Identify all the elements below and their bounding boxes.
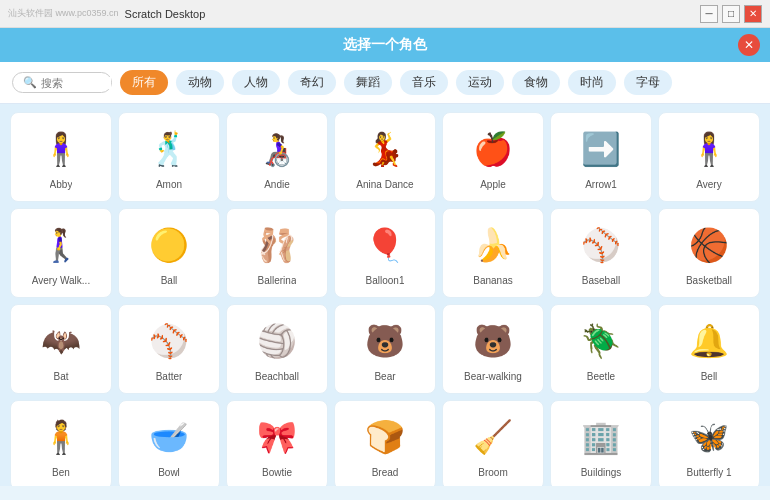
category-animals[interactable]: 动物 [176, 70, 224, 95]
sprite-label: Beachball [255, 371, 299, 382]
sprite-label: Avery [696, 179, 721, 190]
category-fashion[interactable]: 时尚 [568, 70, 616, 95]
sprite-item[interactable]: ⚾Batter [118, 304, 220, 394]
minimize-button[interactable]: ─ [700, 5, 718, 23]
maximize-button[interactable]: □ [722, 5, 740, 23]
sprite-label: Batter [156, 371, 183, 382]
sprite-item[interactable]: 💃Anina Dance [334, 112, 436, 202]
sprite-item[interactable]: 🧍Ben [10, 400, 112, 486]
category-sports[interactable]: 运动 [456, 70, 504, 95]
sprite-item[interactable]: ➡️Arrow1 [550, 112, 652, 202]
window-frame: 汕头软件园 www.pc0359.cn Scratch Desktop ─ □ … [0, 0, 770, 486]
sprite-item[interactable]: 🪲Beetle [550, 304, 652, 394]
sprite-emoji: 🧍 [15, 409, 107, 465]
sprite-grid: 🧍‍♀️Abby🕺Amon👩‍🦽Andie💃Anina Dance🍎Apple➡… [10, 112, 760, 486]
sprite-label: Avery Walk... [32, 275, 90, 286]
sprite-item[interactable]: ⚾Baseball [550, 208, 652, 298]
sprite-emoji: 🧍‍♀️ [663, 121, 755, 177]
sprite-emoji: 💃 [339, 121, 431, 177]
sprite-item[interactable]: 🦋Butterfly 1 [658, 400, 760, 486]
category-food[interactable]: 食物 [512, 70, 560, 95]
sprite-emoji: ⚾ [555, 217, 647, 273]
header-close-button[interactable]: ✕ [738, 34, 760, 56]
sprite-emoji: ⚾ [123, 313, 215, 369]
sprite-item[interactable]: 🏐Beachball [226, 304, 328, 394]
sprite-label: Bear [374, 371, 395, 382]
sprite-label: Bat [53, 371, 68, 382]
page-title: 选择一个角色 [32, 36, 738, 54]
sprite-item[interactable]: 👩‍🦽Andie [226, 112, 328, 202]
sprite-emoji: 🪲 [555, 313, 647, 369]
sprite-label: Bell [701, 371, 718, 382]
sprite-label: Bowl [158, 467, 180, 478]
sprite-emoji: 👩‍🦽 [231, 121, 323, 177]
sprite-label: Bowtie [262, 467, 292, 478]
category-music[interactable]: 音乐 [400, 70, 448, 95]
sprite-item[interactable]: 🕺Amon [118, 112, 220, 202]
app-title: Scratch Desktop [125, 8, 206, 20]
sprite-label: Ball [161, 275, 178, 286]
sprite-emoji: 🦇 [15, 313, 107, 369]
sprite-label: Anina Dance [356, 179, 413, 190]
sprite-emoji: 🧹 [447, 409, 539, 465]
sprite-label: Ballerina [258, 275, 297, 286]
sprite-emoji: 🐻 [447, 313, 539, 369]
category-fantasy[interactable]: 奇幻 [288, 70, 336, 95]
sprite-label: Baseball [582, 275, 620, 286]
sprite-label: Andie [264, 179, 290, 190]
sprite-item[interactable]: 🎀Bowtie [226, 400, 328, 486]
sprite-emoji: 🐻 [339, 313, 431, 369]
sprite-item[interactable]: 🧍‍♀️Abby [10, 112, 112, 202]
sprite-emoji: ➡️ [555, 121, 647, 177]
sprite-emoji: 🩰 [231, 217, 323, 273]
watermark: 汕头软件园 www.pc0359.cn [8, 7, 119, 20]
sprite-emoji: 🚶‍♀️ [15, 217, 107, 273]
sprite-item[interactable]: 🩰Ballerina [226, 208, 328, 298]
category-dance[interactable]: 舞蹈 [344, 70, 392, 95]
sprite-label: Basketball [686, 275, 732, 286]
titlebar-controls[interactable]: ─ □ ✕ [700, 5, 762, 23]
search-icon: 🔍 [23, 76, 37, 89]
sprite-item[interactable]: 🦇Bat [10, 304, 112, 394]
sprite-label: Arrow1 [585, 179, 617, 190]
category-people[interactable]: 人物 [232, 70, 280, 95]
sprite-emoji: 🥣 [123, 409, 215, 465]
close-button[interactable]: ✕ [744, 5, 762, 23]
category-letters[interactable]: 字母 [624, 70, 672, 95]
sprite-label: Bear-walking [464, 371, 522, 382]
category-all[interactable]: 所有 [120, 70, 168, 95]
sprite-label: Buildings [581, 467, 622, 478]
sprite-item[interactable]: 🎈Balloon1 [334, 208, 436, 298]
sprite-emoji: 🦋 [663, 409, 755, 465]
sprite-emoji: 🎈 [339, 217, 431, 273]
sprite-emoji: 🏢 [555, 409, 647, 465]
sprite-emoji: 🏀 [663, 217, 755, 273]
sprite-label: Bananas [473, 275, 512, 286]
sprite-label: Balloon1 [366, 275, 405, 286]
search-box[interactable]: 🔍 [12, 72, 112, 93]
sprite-item[interactable]: 🥣Bowl [118, 400, 220, 486]
sprite-item[interactable]: 🏢Buildings [550, 400, 652, 486]
sprite-emoji: 🍎 [447, 121, 539, 177]
sprite-emoji: 🧍‍♀️ [15, 121, 107, 177]
sprite-label: Amon [156, 179, 182, 190]
sprite-item[interactable]: 🟡Ball [118, 208, 220, 298]
sprite-emoji: 🎀 [231, 409, 323, 465]
sprite-label: Apple [480, 179, 506, 190]
sprite-emoji: 🍌 [447, 217, 539, 273]
titlebar-left: 汕头软件园 www.pc0359.cn Scratch Desktop [8, 7, 205, 20]
sprite-item[interactable]: 🐻Bear [334, 304, 436, 394]
sprite-label: Abby [50, 179, 73, 190]
sprite-item[interactable]: 🍞Bread [334, 400, 436, 486]
search-input[interactable] [41, 77, 111, 89]
sprite-item[interactable]: 🔔Bell [658, 304, 760, 394]
sprite-item[interactable]: 🏀Basketball [658, 208, 760, 298]
sprite-item[interactable]: 🐻Bear-walking [442, 304, 544, 394]
sprite-item[interactable]: 🍌Bananas [442, 208, 544, 298]
sprite-item[interactable]: 🧍‍♀️Avery [658, 112, 760, 202]
sprite-item[interactable]: 🍎Apple [442, 112, 544, 202]
sprite-item[interactable]: 🧹Broom [442, 400, 544, 486]
sprite-emoji: 🔔 [663, 313, 755, 369]
sprite-label: Broom [478, 467, 507, 478]
sprite-item[interactable]: 🚶‍♀️Avery Walk... [10, 208, 112, 298]
